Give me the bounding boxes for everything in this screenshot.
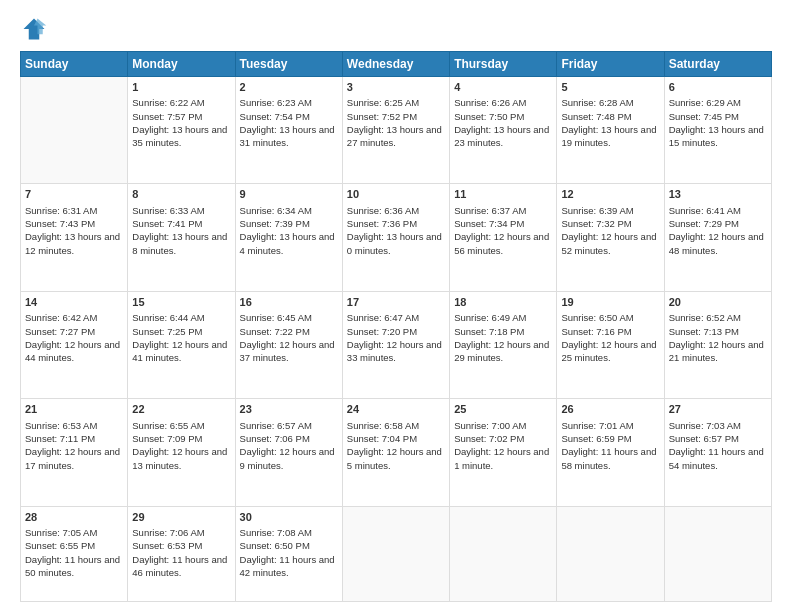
day-number: 29	[132, 510, 230, 525]
header-wednesday: Wednesday	[342, 52, 449, 77]
week-row-5: 28Sunrise: 7:05 AMSunset: 6:55 PMDayligh…	[21, 506, 772, 601]
day-number: 5	[561, 80, 659, 95]
calendar-cell: 1Sunrise: 6:22 AMSunset: 7:57 PMDaylight…	[128, 77, 235, 184]
daylight-text: Daylight: 11 hours and 50 minutes.	[25, 554, 120, 578]
sunrise-text: Sunrise: 6:37 AM	[454, 205, 526, 216]
daylight-text: Daylight: 12 hours and 13 minutes.	[132, 446, 227, 470]
sunrise-text: Sunrise: 6:58 AM	[347, 420, 419, 431]
header-sunday: Sunday	[21, 52, 128, 77]
calendar-cell: 27Sunrise: 7:03 AMSunset: 6:57 PMDayligh…	[664, 399, 771, 506]
sunset-text: Sunset: 7:13 PM	[669, 326, 739, 337]
daylight-text: Daylight: 12 hours and 37 minutes.	[240, 339, 335, 363]
calendar-cell: 19Sunrise: 6:50 AMSunset: 7:16 PMDayligh…	[557, 291, 664, 398]
calendar-cell: 3Sunrise: 6:25 AMSunset: 7:52 PMDaylight…	[342, 77, 449, 184]
sunrise-text: Sunrise: 7:00 AM	[454, 420, 526, 431]
daylight-text: Daylight: 13 hours and 23 minutes.	[454, 124, 549, 148]
sunrise-text: Sunrise: 6:41 AM	[669, 205, 741, 216]
daylight-text: Daylight: 12 hours and 44 minutes.	[25, 339, 120, 363]
day-number: 3	[347, 80, 445, 95]
day-number: 10	[347, 187, 445, 202]
calendar-cell: 30Sunrise: 7:08 AMSunset: 6:50 PMDayligh…	[235, 506, 342, 601]
day-number: 17	[347, 295, 445, 310]
daylight-text: Daylight: 13 hours and 35 minutes.	[132, 124, 227, 148]
sunrise-text: Sunrise: 7:01 AM	[561, 420, 633, 431]
calendar-cell: 29Sunrise: 7:06 AMSunset: 6:53 PMDayligh…	[128, 506, 235, 601]
sunrise-text: Sunrise: 6:25 AM	[347, 97, 419, 108]
header	[20, 15, 772, 43]
calendar-cell: 28Sunrise: 7:05 AMSunset: 6:55 PMDayligh…	[21, 506, 128, 601]
daylight-text: Daylight: 12 hours and 25 minutes.	[561, 339, 656, 363]
daylight-text: Daylight: 12 hours and 41 minutes.	[132, 339, 227, 363]
sunset-text: Sunset: 7:25 PM	[132, 326, 202, 337]
sunset-text: Sunset: 7:43 PM	[25, 218, 95, 229]
daylight-text: Daylight: 12 hours and 5 minutes.	[347, 446, 442, 470]
daylight-text: Daylight: 12 hours and 33 minutes.	[347, 339, 442, 363]
sunset-text: Sunset: 6:57 PM	[669, 433, 739, 444]
day-number: 2	[240, 80, 338, 95]
day-number: 6	[669, 80, 767, 95]
calendar-cell	[450, 506, 557, 601]
week-row-1: 1Sunrise: 6:22 AMSunset: 7:57 PMDaylight…	[21, 77, 772, 184]
calendar-cell: 18Sunrise: 6:49 AMSunset: 7:18 PMDayligh…	[450, 291, 557, 398]
daylight-text: Daylight: 13 hours and 8 minutes.	[132, 231, 227, 255]
sunrise-text: Sunrise: 6:34 AM	[240, 205, 312, 216]
calendar-cell: 14Sunrise: 6:42 AMSunset: 7:27 PMDayligh…	[21, 291, 128, 398]
sunset-text: Sunset: 7:20 PM	[347, 326, 417, 337]
daylight-text: Daylight: 12 hours and 17 minutes.	[25, 446, 120, 470]
sunrise-text: Sunrise: 6:57 AM	[240, 420, 312, 431]
sunset-text: Sunset: 7:57 PM	[132, 111, 202, 122]
week-row-4: 21Sunrise: 6:53 AMSunset: 7:11 PMDayligh…	[21, 399, 772, 506]
sunrise-text: Sunrise: 7:08 AM	[240, 527, 312, 538]
sunset-text: Sunset: 7:50 PM	[454, 111, 524, 122]
calendar-header: SundayMondayTuesdayWednesdayThursdayFrid…	[21, 52, 772, 77]
day-number: 22	[132, 402, 230, 417]
calendar-cell: 8Sunrise: 6:33 AMSunset: 7:41 PMDaylight…	[128, 184, 235, 291]
daylight-text: Daylight: 11 hours and 46 minutes.	[132, 554, 227, 578]
calendar-cell	[342, 506, 449, 601]
sunrise-text: Sunrise: 6:47 AM	[347, 312, 419, 323]
calendar-cell: 9Sunrise: 6:34 AMSunset: 7:39 PMDaylight…	[235, 184, 342, 291]
calendar-cell: 21Sunrise: 6:53 AMSunset: 7:11 PMDayligh…	[21, 399, 128, 506]
sunrise-text: Sunrise: 6:33 AM	[132, 205, 204, 216]
sunset-text: Sunset: 6:50 PM	[240, 540, 310, 551]
header-thursday: Thursday	[450, 52, 557, 77]
calendar-cell: 20Sunrise: 6:52 AMSunset: 7:13 PMDayligh…	[664, 291, 771, 398]
sunset-text: Sunset: 7:06 PM	[240, 433, 310, 444]
sunrise-text: Sunrise: 6:49 AM	[454, 312, 526, 323]
day-number: 12	[561, 187, 659, 202]
daylight-text: Daylight: 11 hours and 42 minutes.	[240, 554, 335, 578]
sunrise-text: Sunrise: 7:03 AM	[669, 420, 741, 431]
week-row-3: 14Sunrise: 6:42 AMSunset: 7:27 PMDayligh…	[21, 291, 772, 398]
calendar-cell: 13Sunrise: 6:41 AMSunset: 7:29 PMDayligh…	[664, 184, 771, 291]
daylight-text: Daylight: 13 hours and 19 minutes.	[561, 124, 656, 148]
calendar-cell: 2Sunrise: 6:23 AMSunset: 7:54 PMDaylight…	[235, 77, 342, 184]
calendar-cell: 17Sunrise: 6:47 AMSunset: 7:20 PMDayligh…	[342, 291, 449, 398]
sunset-text: Sunset: 7:48 PM	[561, 111, 631, 122]
sunset-text: Sunset: 7:02 PM	[454, 433, 524, 444]
day-number: 21	[25, 402, 123, 417]
day-number: 26	[561, 402, 659, 417]
day-number: 1	[132, 80, 230, 95]
daylight-text: Daylight: 12 hours and 9 minutes.	[240, 446, 335, 470]
day-number: 13	[669, 187, 767, 202]
calendar-table: SundayMondayTuesdayWednesdayThursdayFrid…	[20, 51, 772, 602]
sunrise-text: Sunrise: 6:23 AM	[240, 97, 312, 108]
daylight-text: Daylight: 12 hours and 21 minutes.	[669, 339, 764, 363]
calendar-cell: 5Sunrise: 6:28 AMSunset: 7:48 PMDaylight…	[557, 77, 664, 184]
sunset-text: Sunset: 7:34 PM	[454, 218, 524, 229]
day-number: 9	[240, 187, 338, 202]
sunrise-text: Sunrise: 6:42 AM	[25, 312, 97, 323]
week-row-2: 7Sunrise: 6:31 AMSunset: 7:43 PMDaylight…	[21, 184, 772, 291]
sunset-text: Sunset: 7:45 PM	[669, 111, 739, 122]
day-number: 25	[454, 402, 552, 417]
day-number: 18	[454, 295, 552, 310]
daylight-text: Daylight: 12 hours and 56 minutes.	[454, 231, 549, 255]
header-friday: Friday	[557, 52, 664, 77]
header-tuesday: Tuesday	[235, 52, 342, 77]
sunset-text: Sunset: 7:41 PM	[132, 218, 202, 229]
calendar-body: 1Sunrise: 6:22 AMSunset: 7:57 PMDaylight…	[21, 77, 772, 602]
sunset-text: Sunset: 7:32 PM	[561, 218, 631, 229]
logo	[20, 15, 52, 43]
sunset-text: Sunset: 7:22 PM	[240, 326, 310, 337]
header-row: SundayMondayTuesdayWednesdayThursdayFrid…	[21, 52, 772, 77]
